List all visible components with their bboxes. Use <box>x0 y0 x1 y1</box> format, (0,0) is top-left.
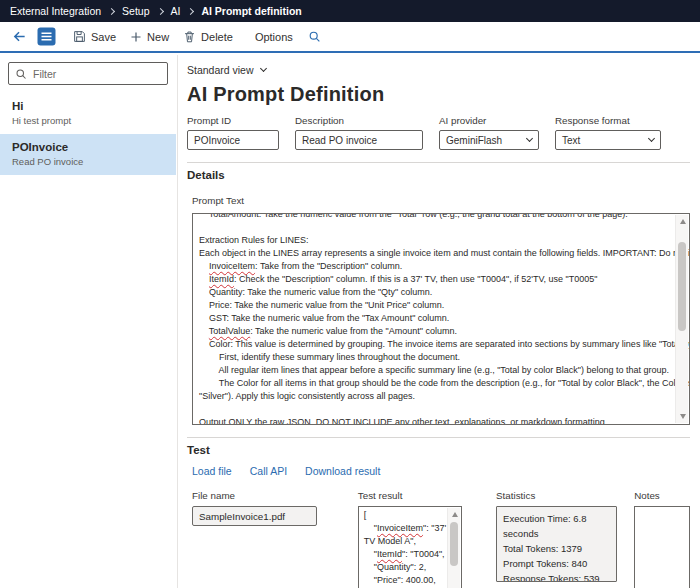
view-selector-label: Standard view <box>187 64 254 76</box>
command-toolbar: Save New Delete Options <box>0 22 700 53</box>
breadcrumb-separator-icon <box>187 7 194 14</box>
statistics-label: Statistics <box>496 490 617 501</box>
prompt-list: Hi Hi test prompt POInvoice Read PO invo… <box>0 93 176 175</box>
prompt-text-scrollbar[interactable] <box>675 215 688 423</box>
chevron-down-icon <box>648 135 655 142</box>
main-content: Standard view AI Prompt Definition Promp… <box>179 55 700 588</box>
description-input[interactable]: Read PO invoice <box>295 130 423 150</box>
options-button-label: Options <box>255 31 293 43</box>
test-section: Test <box>187 437 690 456</box>
file-name-label: File name <box>192 490 317 501</box>
header-fields: Prompt ID POInvoice Description Read PO … <box>187 115 690 150</box>
top-navigation-bar: External Integration Setup AI AI Prompt … <box>0 0 700 22</box>
test-result-content: [ "InvoiceItem": "37' TV Model A", "Item… <box>359 507 461 588</box>
breadcrumb-item[interactable]: AI <box>171 5 181 17</box>
statistics-group: Statistics Execution Time: 6.8 seconds T… <box>496 490 617 582</box>
breadcrumb-item[interactable]: External Integration <box>10 5 101 17</box>
filter-box <box>8 62 168 85</box>
save-icon <box>73 30 86 43</box>
test-result-label: Test result <box>358 490 462 501</box>
file-name-input[interactable]: SampleInvoice1.pdf <box>192 506 317 526</box>
chevron-down-icon <box>260 65 267 72</box>
test-result-scrollbar[interactable] <box>447 508 460 588</box>
menu-button[interactable] <box>33 25 60 48</box>
details-section-title[interactable]: Details <box>187 169 690 181</box>
filter-input[interactable] <box>33 68 161 80</box>
prompt-list-sidebar: Hi Hi test prompt POInvoice Read PO invo… <box>0 55 178 588</box>
toolbar-search-button[interactable] <box>302 26 327 47</box>
response-format-field-group: Response format Text <box>555 115 661 150</box>
description-field-group: Description Read PO invoice <box>295 115 423 150</box>
new-button[interactable]: New <box>123 27 176 47</box>
scrollbar-thumb[interactable] <box>450 522 458 566</box>
delete-button[interactable]: Delete <box>176 26 240 47</box>
prompt-id-input[interactable]: POInvoice <box>187 130 279 150</box>
view-selector[interactable]: Standard view <box>187 64 266 76</box>
description-label: Description <box>295 115 423 126</box>
back-button[interactable] <box>6 25 33 48</box>
notes-group: Notes <box>634 490 690 588</box>
file-name-group: File name SampleInvoice1.pdf <box>192 490 317 526</box>
list-item-title: Hi <box>12 100 164 112</box>
filter-search-icon <box>15 68 27 80</box>
breadcrumb-separator-icon <box>156 7 163 14</box>
search-icon <box>308 30 321 43</box>
prompt-text-content: TotalAmount: Take the numeric value from… <box>193 213 689 425</box>
notes-textarea[interactable] <box>634 506 690 588</box>
test-result-group: Test result [ "InvoiceItem": "37' TV Mod… <box>358 490 462 588</box>
scroll-up-arrow-icon[interactable] <box>452 512 458 517</box>
options-button[interactable]: Options <box>248 27 300 47</box>
ai-provider-select[interactable]: GeminiFlash <box>439 130 539 150</box>
prompt-id-label: Prompt ID <box>187 115 279 126</box>
download-result-link[interactable]: Download result <box>305 465 380 477</box>
response-format-label: Response format <box>555 115 661 126</box>
chevron-down-icon <box>526 135 533 142</box>
new-button-label: New <box>147 31 169 43</box>
ai-provider-field-group: AI provider GeminiFlash <box>439 115 539 150</box>
breadcrumb-item[interactable]: Setup <box>122 5 149 17</box>
scroll-down-arrow-icon[interactable] <box>680 414 686 419</box>
page-title: AI Prompt Definition <box>187 83 690 106</box>
test-result-textarea[interactable]: [ "InvoiceItem": "37' TV Model A", "Item… <box>358 506 462 588</box>
ai-provider-value: GeminiFlash <box>446 135 502 146</box>
list-item-title: POInvoice <box>12 141 164 153</box>
list-item-subtitle: Read PO invoice <box>12 156 164 167</box>
call-api-link[interactable]: Call API <box>250 465 287 477</box>
back-arrow-icon <box>12 29 27 44</box>
load-file-link[interactable]: Load file <box>192 465 232 477</box>
response-format-value: Text <box>562 135 580 146</box>
prompt-text-group: Prompt Text TotalAmount: Take the numeri… <box>187 190 690 425</box>
list-item-poinvoice[interactable]: POInvoice Read PO invoice <box>0 134 176 175</box>
ai-provider-label: AI provider <box>439 115 539 126</box>
scroll-up-arrow-icon[interactable] <box>680 219 686 224</box>
prompt-text-label: Prompt Text <box>192 195 244 206</box>
prompt-id-field-group: Prompt ID POInvoice <box>187 115 279 150</box>
breadcrumb-separator-icon <box>108 7 115 14</box>
plus-icon <box>130 31 142 43</box>
statistics-box: Execution Time: 6.8 seconds Total Tokens… <box>496 506 617 582</box>
list-item-subtitle: Hi test prompt <box>12 115 164 126</box>
delete-button-label: Delete <box>201 31 233 43</box>
save-button[interactable]: Save <box>66 26 123 47</box>
trash-icon <box>183 30 196 43</box>
hamburger-menu-icon <box>37 27 56 46</box>
test-fields-row: File name SampleInvoice1.pdf Test result… <box>187 490 690 588</box>
test-section-title[interactable]: Test <box>187 444 690 456</box>
breadcrumb-item-current: AI Prompt definition <box>201 5 301 17</box>
scrollbar-thumb[interactable] <box>678 242 686 331</box>
list-item-hi[interactable]: Hi Hi test prompt <box>0 93 176 134</box>
notes-label: Notes <box>634 490 690 501</box>
response-format-select[interactable]: Text <box>555 130 661 150</box>
save-button-label: Save <box>91 31 116 43</box>
details-section: Details <box>187 162 690 181</box>
test-actions: Load file Call API Download result <box>187 465 690 477</box>
prompt-text-textarea[interactable]: TotalAmount: Take the numeric value from… <box>192 213 690 425</box>
